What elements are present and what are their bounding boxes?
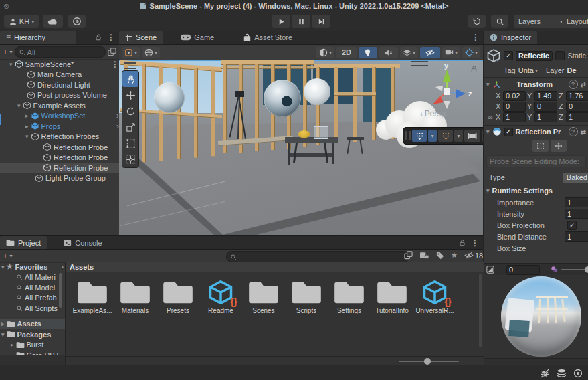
asset-item-universalrp[interactable]: { } UniversalR... [413, 279, 456, 314]
package-filter-icon[interactable] [419, 251, 429, 260]
item-menu-icon[interactable] [111, 60, 119, 69]
tool-settings-dropdown[interactable] [122, 47, 140, 58]
favorite-all-scripts[interactable]: All Scripts [0, 303, 65, 314]
scale-x-field[interactable]: 1 [503, 112, 526, 122]
probe-cubemap-preview[interactable] [484, 275, 588, 358]
tree-item-main-camera[interactable]: Main Camera [0, 70, 119, 80]
tree-item-props[interactable]: Props [0, 121, 119, 132]
tree-item-reflection-probe-1[interactable]: Reflection Probe [0, 142, 119, 153]
layout-dropdown[interactable]: Layout [562, 15, 588, 28]
scene-viewport[interactable]: y x z ‹Persp [119, 60, 483, 235]
exposure-icon[interactable] [486, 266, 494, 274]
asset-item-materials[interactable]: Materials [114, 279, 157, 314]
projection-mode-label[interactable]: ‹Persp [420, 109, 446, 118]
pause-button[interactable] [292, 15, 310, 28]
play-button[interactable] [272, 15, 290, 28]
asset-item-scripts[interactable]: Scripts [285, 279, 328, 314]
gizmo-lock-icon[interactable] [470, 65, 478, 74]
panel-menu-icon[interactable] [471, 238, 479, 248]
layers-dropdown[interactable]: Layers [514, 15, 567, 28]
gizmos-dropdown[interactable] [462, 47, 480, 58]
favorite-all-models[interactable]: All Model [0, 282, 65, 293]
scene-audio-button[interactable] [379, 47, 398, 58]
intensity-field[interactable]: 1 [565, 209, 588, 219]
step-button[interactable] [312, 15, 330, 28]
search-by-import-icon[interactable] [404, 251, 413, 260]
layer-dropdown[interactable]: De [567, 66, 577, 74]
label-filter-icon[interactable] [436, 252, 444, 260]
scene-visibility-button[interactable] [420, 47, 440, 58]
favorite-all-prefabs[interactable]: All Prefab [0, 293, 65, 304]
type-dropdown[interactable]: Baked [563, 173, 588, 183]
hierarchy-search-input[interactable]: All [15, 46, 106, 58]
camera-settings-dropdown[interactable] [442, 47, 460, 58]
probe-grid-button[interactable] [412, 130, 427, 142]
tag-dropdown[interactable]: Unta [518, 66, 538, 74]
tools-drag-handle[interactable] [124, 62, 136, 69]
tree-item-postprocess-volume[interactable]: Post-process Volume [0, 90, 119, 101]
expander-icon[interactable] [25, 133, 29, 140]
slider-thumb[interactable] [424, 358, 431, 365]
move-tool-button[interactable] [122, 87, 138, 103]
favorites-foldout[interactable]: Favorites [0, 262, 65, 272]
add-caret-icon[interactable] [10, 253, 13, 259]
lock-icon[interactable] [458, 239, 466, 247]
help-icon[interactable] [569, 127, 578, 136]
activity-globe-icon[interactable] [573, 369, 583, 378]
tree-item-reflection-probe-2[interactable]: Reflection Probe [0, 153, 119, 163]
asset-item-settings[interactable]: Settings [328, 279, 371, 314]
tab-hierarchy[interactable]: Hierarchy [0, 31, 76, 44]
tree-item-reflection-probe-3[interactable]: Reflection Probe [0, 163, 119, 173]
probe-grid-caret[interactable] [428, 130, 437, 142]
gameobject-icon-button[interactable] [486, 48, 501, 63]
expander-icon[interactable] [486, 128, 490, 135]
runtime-settings-foldout[interactable]: Runtime Settings [484, 185, 588, 197]
add-asset-button[interactable]: + [3, 251, 8, 261]
undo-history-button[interactable] [468, 15, 486, 28]
position-z-field[interactable]: 1.76 [566, 91, 588, 101]
search-everything-button[interactable] [491, 15, 508, 28]
tab-console[interactable]: Console [58, 236, 108, 249]
tab-inspector[interactable]: Inspector [484, 31, 537, 44]
mip-slider[interactable] [561, 269, 588, 270]
edit-origin-button[interactable] [551, 140, 567, 152]
expander-icon[interactable] [9, 61, 13, 68]
slider-thumb[interactable] [585, 266, 588, 273]
tab-asset-store[interactable]: Asset Store [237, 31, 298, 44]
tree-assets[interactable]: Assets [0, 319, 65, 330]
tree-item-samplescene[interactable]: SampleScene* [0, 59, 119, 70]
axis-z-label[interactable]: z [468, 90, 472, 98]
expander-icon[interactable] [486, 81, 490, 88]
account-button[interactable]: KH [4, 15, 39, 28]
tree-item-workshopset[interactable]: WorkshopSet [0, 111, 119, 122]
grid-visibility-dropdown[interactable] [142, 47, 160, 58]
favorite-all-materials[interactable]: All Materi [0, 272, 65, 283]
scene-lighting-button[interactable] [359, 47, 377, 58]
transform-tool-button[interactable] [122, 151, 138, 167]
presets-icon[interactable] [581, 128, 586, 136]
icon-size-slider[interactable] [399, 361, 459, 362]
tree-item-light-probe-group[interactable]: Light Probe Group [0, 173, 119, 184]
expander-icon[interactable] [17, 102, 21, 109]
scale-y-field[interactable]: 1 [534, 112, 557, 122]
importance-field[interactable]: 1 [565, 197, 588, 207]
tree-scrollbar[interactable] [59, 273, 62, 308]
tree-core-rp[interactable]: Core RP L [0, 350, 65, 355]
add-caret-icon[interactable] [10, 49, 13, 55]
rotate-tool-button[interactable] [122, 103, 138, 119]
tree-item-directional-light[interactable]: Directional Light [0, 80, 119, 90]
expander-icon[interactable] [25, 123, 29, 130]
tab-game[interactable]: Game [175, 31, 220, 44]
project-search-input[interactable] [226, 251, 409, 262]
active-checkbox[interactable]: ✓ [504, 51, 513, 60]
axis-y-label[interactable]: y [444, 64, 449, 70]
probe-bake-button[interactable] [464, 130, 480, 142]
window-close-icon[interactable] [3, 2, 9, 11]
asset-item-scenes[interactable]: Scenes [242, 279, 285, 314]
edit-bounds-button[interactable] [532, 140, 549, 152]
uniform-scale-link-icon[interactable] [486, 114, 494, 121]
asset-item-tutorialinfo[interactable]: TutorialInfo [371, 279, 413, 314]
blend-distance-field[interactable]: 1 [565, 231, 588, 242]
exposure-field[interactable]: 0 [506, 265, 540, 275]
box-projection-checkbox[interactable]: ✓ [567, 221, 577, 230]
